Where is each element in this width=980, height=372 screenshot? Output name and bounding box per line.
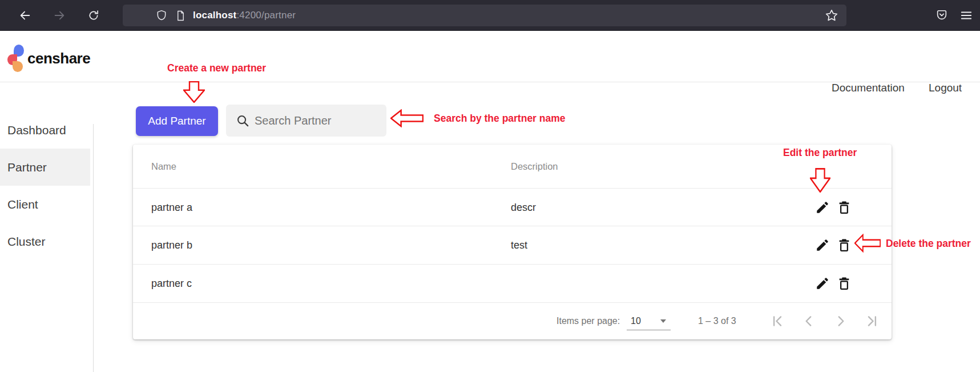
delete-partner-button[interactable] [837,200,852,215]
menu-hamburger-icon[interactable] [958,7,974,23]
table-row: partner a descr [133,188,892,226]
last-page-button[interactable] [861,310,884,333]
items-per-page-label: Items per page: [556,316,620,326]
page-info-icon[interactable] [175,10,186,21]
pencil-icon [815,200,830,215]
last-page-icon [865,314,880,329]
cell-description: descr [511,201,536,213]
annotation-search-partner: Search by the partner name [434,113,566,125]
back-button[interactable] [17,7,33,23]
trash-icon [837,200,852,215]
pencil-icon [815,276,830,291]
annotation-arrow-left-icon [854,234,881,253]
documentation-link[interactable]: Documentation [832,82,905,94]
search-partner-input[interactable] [255,114,380,127]
chevron-down-icon [660,319,666,323]
search-partner-box[interactable] [226,105,386,137]
browser-toolbar: localhost:4200/partner [0,0,980,31]
cell-name: partner b [151,239,192,251]
bookmark-star-icon[interactable] [825,9,838,25]
back-icon [19,9,31,22]
forward-button[interactable] [51,7,67,23]
annotation-arrow-down-icon [183,81,205,103]
url-text: localhost:4200/partner [193,10,296,21]
annotation-create-partner: Create a new partner [167,62,266,74]
screen: localhost:4200/partner censhare Document… [0,0,980,372]
edit-partner-button[interactable] [815,238,830,253]
app-header: censhare Documentation Logout [0,31,980,82]
sidebar-item-partner[interactable]: Partner [0,149,90,186]
next-page-button[interactable] [829,310,852,333]
url-bar[interactable]: localhost:4200/partner [123,5,846,26]
url-path: :4200/partner [236,10,296,21]
first-page-icon [769,314,784,329]
chevron-left-icon [801,314,816,329]
add-partner-button[interactable]: Add Partner [136,106,218,136]
search-icon [236,114,249,127]
delete-partner-button[interactable] [837,238,852,253]
previous-page-button[interactable] [797,310,820,333]
column-header-name: Name [151,161,176,172]
trash-icon [837,238,852,253]
page-size-value: 10 [631,316,641,326]
reload-icon [88,10,99,21]
cell-description: test [511,239,527,251]
forward-icon [53,9,66,22]
cell-name: partner a [151,201,192,213]
logout-link[interactable]: Logout [929,82,962,94]
url-host: localhost [193,10,236,21]
sidebar-item-client[interactable]: Client [0,186,90,223]
edit-partner-button[interactable] [815,276,830,291]
annotation-arrow-left-icon [390,109,424,127]
cell-name: partner c [151,278,192,290]
column-header-description: Description [511,161,558,172]
edit-partner-button[interactable] [815,200,830,215]
paginator-range-label: 1 – 3 of 3 [698,316,736,326]
sidebar-item-dashboard[interactable]: Dashboard [0,111,90,149]
partner-table-card: Name Description partner a descr partner… [133,145,892,339]
logo-petal-orange [13,61,23,72]
trash-icon [837,276,852,291]
censhare-logo-icon [7,45,25,72]
annotation-edit-partner: Edit the partner [783,147,857,159]
paginator: Items per page: 10 1 – 3 of 3 [133,302,892,339]
shield-icon[interactable] [156,10,167,21]
pencil-icon [815,238,830,253]
annotation-delete-partner: Delete the partner [886,238,971,250]
censhare-logo: censhare [7,45,90,72]
reload-button[interactable] [86,7,102,23]
table-row: partner b test [133,226,892,264]
annotation-arrow-down-icon [810,168,830,193]
sidebar-item-cluster[interactable]: Cluster [0,223,90,260]
pocket-icon[interactable] [934,7,950,23]
delete-partner-button[interactable] [837,276,852,291]
brand-name: censhare [27,50,90,67]
chevron-right-icon [833,314,848,329]
first-page-button[interactable] [765,310,788,333]
page-size-select[interactable]: 10 [627,312,671,330]
table-header-row: Name Description [133,145,892,188]
sidebar-divider [93,124,94,372]
table-row: partner c [133,264,892,302]
